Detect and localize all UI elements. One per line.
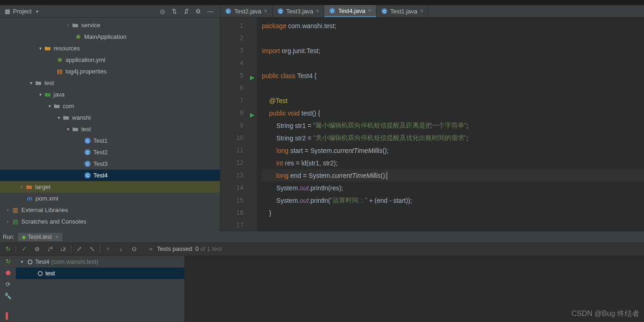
line-number: 1 [220, 19, 243, 32]
spinner-icon [37, 270, 43, 277]
expand-all-icon[interactable]: ⇅ [169, 6, 179, 16]
ignore-filter-icon[interactable]: ⊘ [32, 244, 42, 254]
test-folder-icon [43, 91, 52, 98]
close-icon[interactable]: × [316, 8, 319, 14]
rerun-side-icon[interactable]: ↻ [6, 258, 11, 265]
code-token: currentTimeMillis [334, 147, 383, 154]
code-token: package [262, 22, 288, 30]
tab-test2[interactable]: C Test2.java × [220, 5, 273, 17]
tree-file-pom[interactable]: m pom.xml [0, 193, 220, 204]
tab-test3[interactable]: C Test3.java × [273, 5, 325, 17]
gear-icon[interactable]: ⚙ [193, 6, 203, 16]
text-caret [387, 171, 387, 180]
code-editor[interactable]: 1 2 3 4 5▶ 6 7 8▶ 9 10 11 12 13 14 15 16 [220, 18, 644, 231]
close-icon[interactable]: × [368, 7, 371, 14]
code-token: "关小编辑机双向停机短信提醒及优化出账时间的需求" [313, 134, 467, 142]
settings-side-icon[interactable]: 🔧 [4, 292, 12, 299]
divider [16, 245, 16, 253]
code-token: import [262, 47, 282, 55]
line-number: 11 [220, 144, 243, 157]
package-icon [62, 115, 70, 121]
tree-file-log4j[interactable]: ▤ log4j.properties [0, 66, 220, 77]
tree-folder-java[interactable]: ▾ java [0, 89, 220, 100]
tree-folder-resources[interactable]: ▾ resources [0, 43, 220, 54]
test-tree-child[interactable]: test [16, 267, 184, 279]
sort-icon[interactable]: ↓ª [45, 244, 55, 254]
project-panel: ▦ Project ▾ ◎ ⇅ ⇵ ⚙ — › service ❀ MainAp… [0, 5, 220, 231]
debug-side-icon[interactable]: ⬣ [6, 269, 11, 276]
spinner-icon [27, 259, 33, 265]
title-bar [0, 0, 644, 5]
code-token: + (end - start)); [367, 197, 412, 204]
chevron-down-icon[interactable]: ▾ [36, 9, 38, 14]
class-icon: C [83, 137, 91, 144]
locate-icon[interactable]: ◎ [157, 6, 167, 16]
collapse-all-icon[interactable]: ⇵ [181, 6, 191, 16]
project-title: Project [13, 8, 31, 15]
run-tab[interactable]: ◆ Test4.test × [18, 233, 62, 241]
close-icon[interactable]: × [55, 234, 59, 240]
run-tab-label: Test4.test [28, 234, 51, 240]
svg-point-16 [28, 260, 32, 264]
svg-text:C: C [227, 9, 230, 14]
class-icon: C [83, 149, 91, 156]
chevron-right-icon: › [18, 184, 25, 189]
run-gutter-icon[interactable]: ▶ [250, 109, 255, 121]
prev-icon[interactable]: ↑ [103, 244, 113, 254]
tree-class-test3[interactable]: C Test3 [0, 158, 220, 170]
run-side-toolbar: ↻ ⬣ ⟳ 🔧 ▌ [0, 256, 16, 322]
tab-test4[interactable]: C Test4.java × [324, 5, 377, 17]
chevron-down-icon: ▾ [37, 46, 43, 51]
project-tree: › service ❀ MainApplication ▾ resources … [0, 18, 220, 231]
tree-file-appyml[interactable]: ❀ application.yml [0, 54, 220, 66]
tree-folder-com[interactable]: ▾ com [0, 100, 220, 112]
expand-icon[interactable]: ⤢ [74, 244, 84, 254]
code-token: .println( [309, 197, 330, 204]
code-token: public void [262, 109, 302, 117]
code-token: currentTimeMillis [332, 172, 381, 179]
tree-folder-wanshi[interactable]: ▾ wanshi [0, 112, 220, 123]
tree-folder-service[interactable]: › service [0, 19, 220, 31]
tree-folder-test[interactable]: ▾ test [0, 77, 220, 89]
line-number: 4 [220, 57, 243, 69]
close-icon[interactable]: × [264, 8, 267, 14]
chevron-down-icon: ▾ [55, 115, 62, 120]
tree-folder-target[interactable]: › target [0, 181, 220, 193]
tree-folder-testpkg[interactable]: ▾ test [0, 123, 220, 135]
tab-test1[interactable]: C Test1.java × [377, 5, 429, 17]
project-dropdown-icon[interactable]: ▦ [5, 8, 10, 15]
next-icon[interactable]: ↓ [116, 244, 126, 254]
code-token: System. [262, 184, 300, 192]
svg-text:C: C [86, 150, 89, 155]
code-token: (); [383, 147, 389, 154]
sort2-icon[interactable]: ↓z [58, 244, 68, 254]
tree-external-libraries[interactable]: › ▥ External Libraries [0, 204, 220, 216]
pass-filter-icon[interactable]: ✓ [19, 244, 29, 254]
collapse-icon[interactable]: ⤡ [87, 244, 97, 254]
stop-side-icon[interactable]: ⟳ [6, 281, 11, 288]
code-token: res = ld(str1, str2); [285, 159, 338, 167]
tree-class-test1[interactable]: C Test1 [0, 135, 220, 146]
close-icon[interactable]: × [420, 8, 423, 14]
run-header: Run: ◆ Test4.test × [0, 232, 644, 242]
test-tree-root[interactable]: ▾ Test4 (com.wanshi.test) [16, 256, 184, 267]
run-gutter-icon[interactable]: ▶ [250, 71, 255, 84]
editor-tabs: C Test2.java × C Test3.java × C Test4.ja… [220, 5, 644, 18]
tree-file-mainapp[interactable]: ❀ MainApplication [0, 31, 220, 43]
resources-folder-icon [43, 45, 52, 52]
code-token: test() { [302, 109, 320, 117]
code-area[interactable]: package com.wanshi.test; import org.juni… [257, 18, 644, 231]
project-toolbar: ▦ Project ▾ ◎ ⇅ ⇵ ⚙ — [0, 5, 220, 18]
tree-class-test2[interactable]: C Test2 [0, 146, 220, 158]
line-number: 15 [220, 194, 243, 207]
line-number: 7 [220, 94, 243, 107]
tree-class-test4[interactable]: C Test4 [0, 170, 220, 181]
rerun-icon[interactable]: ↻ [3, 244, 13, 254]
run-panel: Run: ◆ Test4.test × ↻ ✓ ⊘ ↓ª ↓z ⤢ ⤡ ↑ ↓ … [0, 231, 644, 322]
code-token: com.wanshi.test; [288, 22, 336, 30]
export-icon[interactable]: ⊙ [129, 244, 139, 254]
tree-scratches[interactable]: › ▧ Scratches and Consoles [0, 216, 220, 227]
hide-icon[interactable]: — [205, 6, 215, 16]
run-config-icon: ◆ [22, 234, 26, 240]
more-side-icon[interactable]: ▌ [6, 312, 10, 319]
